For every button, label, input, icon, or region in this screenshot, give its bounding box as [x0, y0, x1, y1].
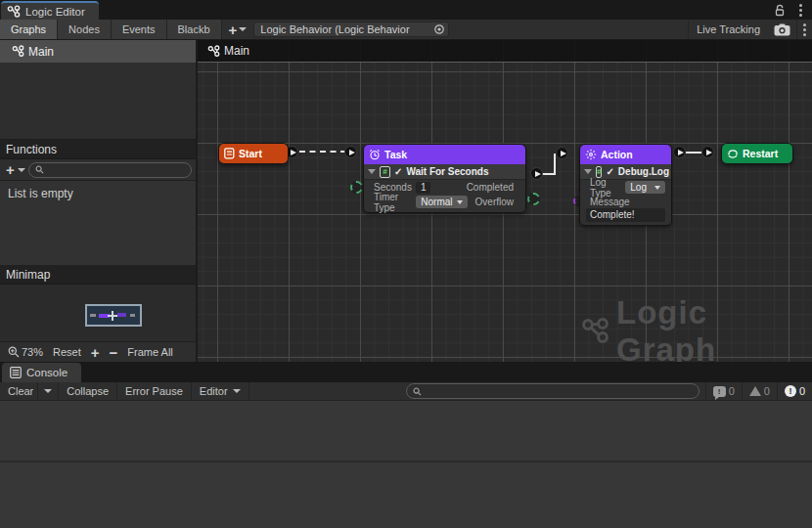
- canvas-controls: 73% Reset + − Frame All: [0, 341, 196, 362]
- message-label: Message: [580, 195, 671, 208]
- task-overflow-port[interactable]: [527, 193, 540, 205]
- object-picker-icon[interactable]: [433, 23, 445, 35]
- functions-search-input[interactable]: [47, 164, 185, 176]
- foldout-icon[interactable]: [584, 169, 592, 174]
- action-unit-title: Debug.Log: [618, 166, 669, 177]
- info-count-toggle[interactable]: ! 0: [705, 382, 742, 400]
- minimap[interactable]: [0, 285, 196, 341]
- editor-dropdown[interactable]: Editor: [192, 382, 249, 400]
- node-graph-icon: [12, 45, 25, 58]
- graph-menu-icon[interactable]: [797, 20, 812, 39]
- error-pause-button[interactable]: Error Pause: [117, 382, 192, 400]
- enabled-checkbox[interactable]: ✓: [394, 167, 402, 177]
- task-unit-row[interactable]: # ✓ Wait For Seconds: [364, 164, 525, 180]
- panel-tabs: Graphs Nodes Events Blackb: [0, 20, 222, 39]
- tab-events[interactable]: Events: [112, 20, 167, 39]
- chevron-down-icon: [654, 186, 660, 190]
- timer-type-dropdown[interactable]: Normal: [416, 196, 467, 208]
- zoom-out-button[interactable]: −: [110, 345, 118, 360]
- task-completed-port[interactable]: [530, 167, 543, 180]
- sidebar-item-main-graph[interactable]: Main: [0, 40, 196, 63]
- node-action[interactable]: Action # ✓ Debug.Log Log Type Log: [579, 144, 672, 226]
- completed-label: Completed: [467, 182, 514, 193]
- frame-all-button[interactable]: Frame All: [127, 346, 172, 358]
- console-count-toggles: ! 0 0 ! 0: [705, 382, 812, 400]
- tab-nodes[interactable]: Nodes: [58, 20, 112, 39]
- task-input-port[interactable]: [344, 146, 357, 158]
- task-seconds-value-port[interactable]: [350, 181, 363, 194]
- action-node-header[interactable]: Action: [580, 145, 671, 164]
- chevron-down-icon: [457, 200, 463, 204]
- node-start[interactable]: Start: [218, 143, 289, 164]
- start-node-header[interactable]: Start: [219, 144, 288, 163]
- add-graph-button[interactable]: +: [222, 20, 254, 39]
- log-type-label: Log Type: [590, 177, 621, 198]
- live-tracking-button[interactable]: Live Tracking: [689, 20, 768, 39]
- collapse-button[interactable]: Collapse: [59, 382, 117, 400]
- tab-console[interactable]: Console: [2, 363, 81, 382]
- window-menu-icon[interactable]: [793, 4, 808, 17]
- log-type-dropdown[interactable]: Log: [625, 181, 665, 194]
- warning-icon: [749, 386, 761, 396]
- console-search-field[interactable]: [406, 383, 699, 399]
- functions-search[interactable]: [28, 162, 192, 178]
- console-detail-pane[interactable]: [0, 462, 812, 528]
- breadcrumb-label: Main: [224, 44, 249, 58]
- restart-node-header[interactable]: Restart: [722, 144, 792, 163]
- reset-button[interactable]: Reset: [53, 346, 81, 358]
- minimap-viewport[interactable]: [85, 304, 142, 327]
- info-icon: !: [713, 386, 726, 397]
- chevron-down-icon[interactable]: [18, 168, 25, 172]
- chevron-down-icon: [44, 389, 52, 393]
- task-node-title: Task: [384, 149, 407, 160]
- wire-start-task: [299, 151, 346, 153]
- console-panel: Console Clear Collapse Error Pause Edito…: [0, 362, 812, 528]
- console-log-list[interactable]: [0, 401, 812, 462]
- node-restart[interactable]: Restart: [721, 143, 793, 164]
- watermark-text: Logic Graph: [616, 294, 812, 362]
- search-icon: [35, 165, 44, 174]
- script-icon: #: [380, 166, 390, 178]
- chevron-down-icon: [233, 389, 241, 393]
- wire-completed-action: [554, 154, 556, 175]
- clear-button[interactable]: Clear: [0, 382, 37, 400]
- task-node-header[interactable]: Task: [364, 145, 525, 164]
- graphs-list[interactable]: [0, 63, 196, 140]
- node-graph-icon: [207, 45, 221, 58]
- plus-icon: +: [229, 22, 238, 37]
- start-node-title: Start: [239, 148, 262, 159]
- error-count-toggle[interactable]: ! 0: [777, 382, 812, 400]
- unlock-icon[interactable]: [774, 4, 786, 17]
- zoom-in-button[interactable]: +: [91, 345, 100, 360]
- node-task[interactable]: Task # ✓ Wait For Seconds Seconds 1 Comp…: [363, 144, 526, 213]
- console-icon: [10, 367, 22, 378]
- behavior-object-field[interactable]: Logic Behavior (Logic Behavior: [253, 22, 449, 37]
- logic-editor-window: Logic Editor Graphs Nodes Events Blackb …: [0, 0, 812, 528]
- graph-item-label: Main: [28, 45, 54, 59]
- graph-breadcrumb[interactable]: Main: [198, 40, 812, 63]
- add-function-button[interactable]: +: [6, 162, 15, 177]
- empty-list-text: List is empty: [8, 187, 73, 200]
- screenshot-button[interactable]: [768, 20, 796, 39]
- warning-count-toggle[interactable]: 0: [742, 382, 777, 400]
- console-tab-strip: Console: [0, 362, 812, 382]
- console-search-input[interactable]: [425, 385, 693, 397]
- tab-graphs[interactable]: Graphs: [0, 20, 58, 39]
- tab-blackboard[interactable]: Blackb: [167, 20, 222, 39]
- graph-canvas: Logic Graph Start: [198, 40, 812, 362]
- functions-list: List is empty: [0, 181, 196, 265]
- restart-icon: [727, 149, 739, 159]
- enabled-checkbox[interactable]: ✓: [606, 167, 613, 177]
- start-icon: [224, 148, 235, 159]
- seconds-input[interactable]: 1: [416, 182, 431, 194]
- action-input-port[interactable]: [556, 147, 568, 159]
- object-field-label: Logic Behavior (Logic Behavior: [260, 23, 433, 35]
- restart-input-port[interactable]: [701, 146, 714, 158]
- action-output-port[interactable]: [673, 146, 686, 158]
- clear-dropdown-button[interactable]: [37, 382, 59, 400]
- tab-logic-editor[interactable]: Logic Editor: [1, 1, 99, 20]
- message-input[interactable]: Complete!: [586, 208, 665, 222]
- node-graph-icon: [7, 5, 22, 19]
- foldout-icon[interactable]: [368, 169, 376, 174]
- timer-type-label: Timer Type: [374, 192, 412, 213]
